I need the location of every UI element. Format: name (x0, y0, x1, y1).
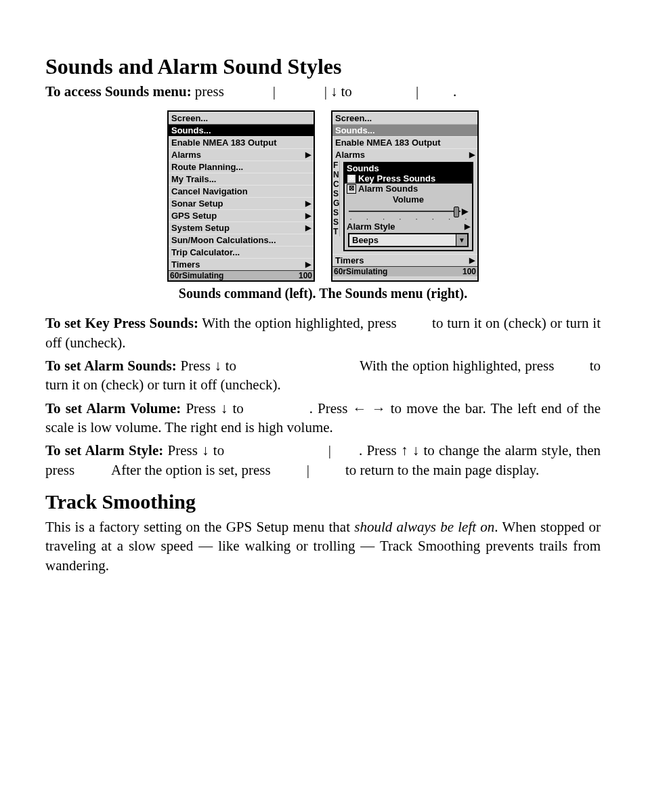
menu-item[interactable]: Sounds... (169, 124, 314, 136)
figure-caption: Sounds command (left). The Sounds menu (… (45, 286, 601, 301)
down-arrow-icon: ↓ (330, 82, 338, 101)
menu-item[interactable]: Timers▶ (169, 258, 314, 270)
menu-item[interactable]: Sun/Moon Calculations... (169, 234, 314, 246)
menu-item-label: Enable NMEA 183 Output (335, 137, 441, 148)
alarmvol-paragraph: To set Alarm Volume: Press ↓ to VOLUME. … (45, 399, 601, 437)
menu-item-label: System Setup (171, 223, 230, 233)
menu-item-label: Sounds... (335, 125, 375, 135)
menu-item-label: Trip Calculator... (171, 247, 240, 257)
access-bar1: | (273, 82, 276, 101)
access-sounds-line: To access Sounds menu: press MENU | MENU… (45, 82, 601, 101)
keypress-paragraph: To set Key Press Sounds: With the option… (45, 314, 601, 352)
menu-item[interactable]: Alarms▶ (332, 148, 477, 161)
menu-item[interactable]: Alarms▶ (169, 148, 314, 161)
access-sounds: SOUNDS (356, 82, 412, 101)
menu-item-label: Enable NMEA 183 Output (171, 137, 277, 148)
peek-letter: N (332, 170, 340, 179)
access-bar3: | (416, 82, 418, 101)
alarm-sounds-row[interactable]: ⊠ Alarm Sounds (345, 184, 472, 194)
timers-label: Timers (335, 255, 364, 265)
access-press: press (195, 82, 224, 101)
status-right-text: 100 (299, 271, 312, 280)
menu-item-label: Alarms (335, 150, 365, 160)
peek-letter: C (332, 179, 340, 189)
alarm-style-label: Alarm Style (347, 221, 395, 232)
peek-column: FNCSGSST (332, 161, 339, 254)
menu-item-label: Timers (171, 259, 200, 270)
popup-title: Sounds (345, 163, 472, 173)
sounds-popup: Sounds ⊠ Key Press Sounds ⊠ Alarm Sounds… (343, 162, 473, 251)
status-left-text: 60rSimulating (334, 267, 387, 276)
chevron-right-icon: ▶ (465, 222, 470, 231)
access-bar2: | (324, 82, 327, 101)
left-status-bar: 60rSimulating 100 (169, 270, 314, 280)
chevron-right-icon: ▶ (469, 256, 475, 265)
access-menu1: MENU (228, 82, 270, 101)
chevron-right-icon: ▶ (305, 223, 311, 232)
menu-item[interactable]: System Setup▶ (169, 221, 314, 234)
alarm-sounds-label: Alarm Sounds (358, 184, 418, 194)
chevron-right-icon: ▶ (462, 207, 468, 216)
menu-item[interactable]: Sonar Setup▶ (169, 197, 314, 209)
chevron-right-icon: ▶ (305, 260, 311, 269)
menu-item-timers[interactable]: Timers ▶ (332, 254, 477, 266)
menu-item[interactable]: Screen... (332, 112, 477, 124)
checkbox-icon[interactable]: ⊠ (347, 174, 356, 184)
slider-thumb[interactable] (454, 207, 459, 217)
menu-item[interactable]: Enable NMEA 183 Output (332, 136, 477, 148)
peek-letter: G (332, 198, 340, 208)
chevron-right-icon: ▶ (469, 150, 475, 159)
alarm-style-row[interactable]: Alarm Style ▶ (345, 221, 472, 232)
section-heading-sounds: Sounds and Alarm Sound Styles (45, 54, 601, 79)
track-paragraph: This is a factory setting on the GPS Set… (45, 517, 601, 575)
peek-letter: F (332, 161, 340, 170)
menu-item[interactable]: Sounds... (332, 124, 477, 136)
menu-item[interactable]: GPS Setup▶ (169, 209, 314, 221)
section-heading-track: Track Smoothing (45, 490, 601, 513)
dropdown-icon[interactable]: ▼ (456, 234, 467, 246)
menu-item[interactable]: Trip Calculator... (169, 246, 314, 258)
peek-letter: S (332, 208, 340, 217)
alarm-style-select[interactable]: Beeps ▼ (348, 233, 469, 247)
key-press-sounds-label: Key Press Sounds (358, 173, 435, 184)
checkbox-icon[interactable]: ⊠ (347, 184, 356, 194)
alarmstyle-paragraph: To set Alarm Style: Press ↓ to ALARM STY… (45, 441, 601, 479)
menu-item-label: Sun/Moon Calculations... (171, 235, 276, 245)
volume-label: Volume (345, 194, 472, 205)
menu-item[interactable]: Route Planning... (169, 161, 314, 173)
select-value: Beeps (349, 234, 456, 246)
peek-letter: T (332, 227, 340, 236)
chevron-right-icon: ▶ (305, 150, 311, 159)
menu-item-label: Sounds... (171, 125, 211, 135)
right-status-bar: 60rSimulating 100 (332, 266, 477, 276)
menu-item[interactable]: My Trails... (169, 173, 314, 185)
access-ent: ENT (422, 82, 450, 101)
slider-track[interactable] (349, 211, 460, 212)
peek-letter: S (332, 217, 340, 227)
peek-letter: S (332, 189, 340, 198)
key-press-sounds-row[interactable]: ⊠ Key Press Sounds (345, 173, 472, 184)
access-lead: To access Sounds menu: (45, 82, 192, 101)
chevron-right-icon: ▶ (305, 199, 311, 208)
access-period: . (453, 82, 456, 101)
menu-item-label: Alarms (171, 150, 201, 160)
menu-item[interactable]: Enable NMEA 183 Output (169, 136, 314, 148)
status-left-text: 60rSimulating (170, 271, 223, 280)
menu-item-label: Route Planning... (171, 162, 243, 172)
alarmsounds-paragraph: To set Alarm Sounds: Press ↓ to ALARM SO… (45, 356, 601, 395)
menu-item-label: GPS Setup (171, 211, 217, 221)
access-to: to (341, 82, 352, 101)
menu-item-label: My Trails... (171, 174, 216, 184)
right-device-screen: Screen...Sounds...Enable NMEA 183 Output… (331, 110, 479, 282)
menu-item-label: Screen... (335, 113, 372, 123)
menu-item-label: Cancel Navigation (171, 186, 248, 196)
left-device-screen: Screen...Sounds...Enable NMEA 183 Output… (167, 110, 315, 282)
menu-item-label: Sonar Setup (171, 198, 223, 209)
menu-item-label: Screen... (171, 113, 208, 123)
status-right-text: 100 (462, 267, 476, 276)
volume-slider[interactable]: ▶ (345, 205, 472, 217)
access-menu2: MENU (279, 82, 321, 101)
figures-row: Screen...Sounds...Enable NMEA 183 Output… (45, 110, 601, 282)
menu-item[interactable]: Screen... (169, 112, 314, 124)
menu-item[interactable]: Cancel Navigation (169, 185, 314, 197)
